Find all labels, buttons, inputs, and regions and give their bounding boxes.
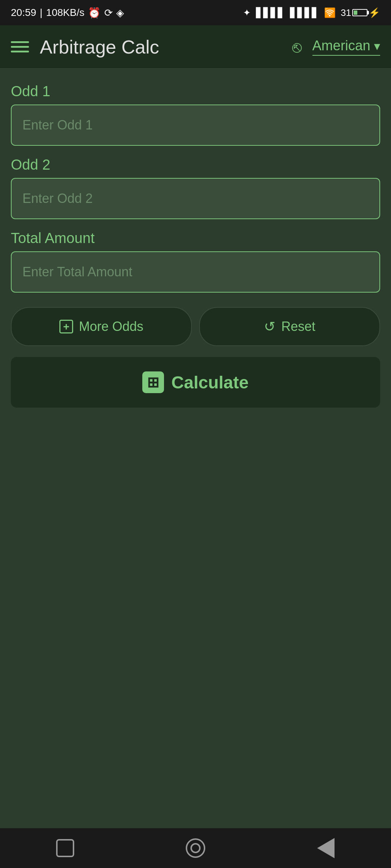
time-display: 20:59 [11, 7, 36, 18]
odd1-input[interactable] [11, 105, 380, 146]
bottom-navigation [0, 828, 391, 868]
odd2-group: Odd 2 [11, 157, 380, 219]
secondary-buttons-row: More Odds ↺ Reset [11, 307, 380, 346]
app-title: Arbitrage Calc [40, 36, 159, 58]
signal-icon: ▋▋▋▋ [256, 7, 285, 18]
alarm-icon: ⏰ [88, 7, 101, 19]
signal2-icon: ▋▋▋▋ [290, 7, 319, 18]
charging-icon: ⚡ [369, 7, 380, 18]
odds-type-label: American [312, 38, 371, 54]
reset-button[interactable]: ↺ Reset [199, 307, 380, 346]
nav-back-button[interactable] [313, 835, 339, 861]
total-amount-input[interactable] [11, 251, 380, 293]
rotate-icon: ⟳ [104, 7, 113, 19]
home-icon [186, 838, 205, 858]
more-odds-label: More Odds [79, 319, 143, 334]
share-icon[interactable]: ⎋ [292, 38, 302, 56]
vpn-icon: ◈ [116, 7, 124, 19]
odd2-input[interactable] [11, 178, 380, 219]
app-bar-right: ⎋ American ▾ [292, 38, 381, 56]
network-speed-value: 108KB/s [46, 7, 84, 18]
total-amount-label: Total Amount [11, 230, 380, 246]
app-bar: Arbitrage Calc ⎋ American ▾ [0, 25, 391, 69]
calculator-icon-symbol: ⊞ [147, 374, 159, 391]
wifi-icon: 🛜 [324, 7, 336, 18]
odd1-label: Odd 1 [11, 83, 380, 99]
odds-type-selector[interactable]: American ▾ [312, 38, 381, 56]
chevron-down-icon: ▾ [374, 39, 380, 53]
back-icon [317, 838, 335, 858]
hamburger-line-3 [11, 51, 29, 52]
reset-label: Reset [281, 319, 315, 334]
battery-box [352, 9, 367, 16]
odd2-label: Odd 2 [11, 157, 380, 173]
total-amount-group: Total Amount [11, 230, 380, 293]
hamburger-menu-button[interactable] [11, 41, 29, 52]
main-content: Odd 1 Odd 2 Total Amount More Odds ↺ Res… [0, 69, 391, 422]
add-odds-icon [59, 320, 73, 333]
calculator-icon: ⊞ [142, 371, 164, 393]
battery-percent: 31 [341, 7, 351, 18]
network-speed: | [40, 7, 42, 18]
battery-indicator: 31 ⚡ [341, 7, 380, 18]
calculate-label: Calculate [171, 373, 248, 392]
app-bar-left: Arbitrage Calc [11, 36, 159, 58]
bluetooth-icon: ✦ [243, 7, 251, 18]
hamburger-line-2 [11, 46, 29, 48]
nav-home-button[interactable] [183, 835, 208, 861]
status-right: ✦ ▋▋▋▋ ▋▋▋▋ 🛜 31 ⚡ [243, 7, 380, 18]
status-left: 20:59 | 108KB/s ⏰ ⟳ ◈ [11, 7, 124, 19]
reset-icon: ↺ [264, 319, 276, 335]
hamburger-line-1 [11, 41, 29, 43]
more-odds-button[interactable]: More Odds [11, 307, 192, 346]
battery-fill [354, 10, 357, 15]
calculate-button[interactable]: ⊞ Calculate [11, 357, 380, 408]
odd1-group: Odd 1 [11, 83, 380, 146]
recents-icon [56, 839, 74, 857]
nav-recents-button[interactable] [52, 835, 78, 861]
status-bar: 20:59 | 108KB/s ⏰ ⟳ ◈ ✦ ▋▋▋▋ ▋▋▋▋ 🛜 31 ⚡ [0, 0, 391, 25]
